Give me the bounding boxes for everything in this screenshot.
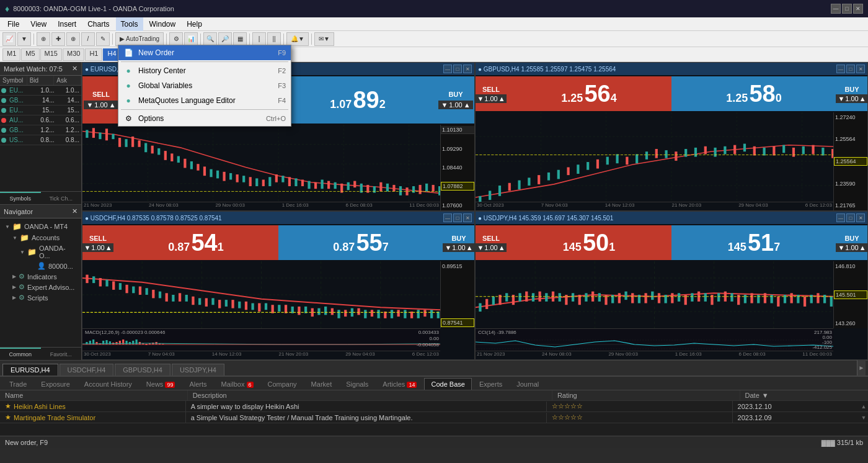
freehand-button[interactable]: ✎ [96, 32, 110, 46]
tf-m1[interactable]: M1 [2, 48, 20, 61]
terminal-tab-exposure[interactable]: Exposure [34, 378, 76, 390]
menu-tools[interactable]: Tools [116, 17, 143, 31]
terminal-tab-account-history[interactable]: Account History [78, 378, 139, 390]
period-sep1[interactable]: | [252, 32, 266, 46]
expert-toggle[interactable]: ⚙ [169, 32, 183, 46]
chart-tab-scroll-right[interactable]: ► [857, 359, 866, 375]
chart-tab-usdjpy[interactable]: USDJPY,H4 [172, 364, 224, 375]
new-chart-button[interactable]: 📈 [2, 32, 16, 46]
maximize-button[interactable]: □ [842, 4, 852, 14]
nav-tab-common[interactable]: Common [0, 348, 41, 360]
mw-row-3[interactable]: AU... 0.6... 0.6... [0, 115, 81, 125]
dropdown-new-order[interactable]: 📄 New Order F9 [118, 45, 291, 60]
terminal-tab-mailbox[interactable]: Mailbox 6 [215, 378, 260, 390]
crosshair-button[interactable]: ⊕ [66, 32, 80, 46]
chart-usdchf-minimize[interactable]: — [443, 214, 452, 222]
gbpusd-sell-up[interactable]: ▲ [498, 95, 505, 102]
nav-accounts[interactable]: ▼ 📁 Accounts [2, 232, 79, 243]
menu-help[interactable]: Help [182, 17, 207, 31]
close-button[interactable]: ✕ [853, 4, 863, 14]
chart-eurusd-maximize[interactable]: □ [453, 65, 462, 73]
chart-tab-gbpusd[interactable]: GBPUSD,H4 [115, 364, 170, 375]
col-name[interactable]: Name [0, 390, 188, 400]
mw-row-2[interactable]: EU... 15... 15... [0, 106, 81, 115]
usdjpy-sell-price-box[interactable]: 145 50 1 [507, 225, 671, 260]
mw-row-5[interactable]: US... 0.8... 0.8... [0, 135, 81, 145]
mw-row-4[interactable]: GB... 1.2... 1.2... [0, 125, 81, 135]
navigator-close[interactable]: ✕ [72, 207, 78, 215]
gbpusd-sell-price-box[interactable]: 1.25 56 4 [507, 76, 671, 111]
terminal-tab-signals[interactable]: Signals [339, 378, 375, 390]
zoom-in-chart[interactable]: 🔎 [218, 32, 232, 46]
chart-tab-usdchf[interactable]: USDCHF,H4 [60, 364, 114, 375]
usdjpy-buy-price-box[interactable]: 145 51 7 [671, 225, 836, 260]
terminal-tab-market[interactable]: Market [304, 378, 339, 390]
usdjpy-buy-down[interactable]: ▼ [838, 244, 844, 251]
zoom-out-chart[interactable]: 🔍 [203, 32, 217, 46]
menu-window[interactable]: Window [144, 17, 181, 31]
chart-eurusd-minimize[interactable]: — [443, 65, 452, 73]
tf-h1[interactable]: H1 [85, 48, 102, 61]
alert-button[interactable]: 🔔▼ [286, 32, 309, 46]
market-watch-close[interactable]: ✕ [72, 65, 78, 73]
chart-usdjpy-close[interactable]: ✕ [856, 214, 865, 222]
tf-m30[interactable]: M30 [63, 48, 84, 61]
eurusd-buy-down[interactable]: ▼ [441, 101, 448, 109]
mw-tab-symbols[interactable]: Symbols [0, 192, 41, 204]
usdchf-sell-up[interactable]: ▲ [105, 244, 112, 251]
mw-tab-tick[interactable]: Tick Ch... [41, 192, 82, 204]
period-sep2[interactable]: || [267, 32, 281, 46]
indicator-toggle[interactable]: 📊 [184, 32, 198, 46]
chart-tab-eurusd[interactable]: EURUSD,H4 [2, 364, 58, 375]
line-button[interactable]: / [81, 32, 95, 46]
mw-row-0[interactable]: EU... 1.0... 1.0... [0, 86, 81, 96]
gbpusd-buy-down[interactable]: ▼ [838, 95, 844, 102]
usdjpy-buy-up[interactable]: ▲ [859, 244, 866, 251]
nav-expert-advisors[interactable]: ▶ ⚙ Expert Adviso... [2, 282, 79, 292]
nav-oanda-mt4[interactable]: ▼ 📁 OANDA - MT4 [2, 221, 79, 232]
gbpusd-buy-up[interactable]: ▲ [859, 95, 866, 102]
usdchf-sell-price-box[interactable]: 0.87 54 1 [113, 225, 278, 260]
chart-gbpusd-maximize[interactable]: □ [846, 65, 855, 73]
gbpusd-sell-down[interactable]: ▼ [477, 95, 484, 102]
dropdown-mql-editor[interactable]: ● MetaQuotes Language Editor F4 [118, 93, 291, 108]
tf-m15[interactable]: M15 [40, 48, 62, 61]
eurusd-sell-up[interactable]: ▲ [109, 101, 116, 109]
chart-eurusd-close[interactable]: ✕ [463, 65, 472, 73]
dropdown-history-center[interactable]: ● History Center F2 [118, 63, 291, 78]
chart-usdjpy-maximize[interactable]: □ [846, 214, 855, 222]
zoom-in-button[interactable]: ⊕ [37, 32, 50, 46]
eurusd-buy-up[interactable]: ▲ [464, 101, 471, 109]
chart-gbpusd-minimize[interactable]: — [836, 65, 845, 73]
chart-gbpusd-close[interactable]: ✕ [856, 65, 865, 73]
usdjpy-sell-up[interactable]: ▲ [498, 244, 505, 251]
eurusd-sell-down[interactable]: ▼ [86, 101, 93, 109]
terminal-tab-trade[interactable]: Trade [2, 378, 33, 390]
dropdown-options[interactable]: ⚙ Options Ctrl+O [118, 111, 291, 126]
menu-charts[interactable]: Charts [82, 17, 114, 31]
usdchf-buy-down[interactable]: ▼ [445, 244, 451, 251]
mw-row-1[interactable]: GB... 14... 14... [0, 96, 81, 106]
terminal-tab-articles[interactable]: Articles 14 [376, 378, 423, 390]
terminal-tab-codebase[interactable]: Code Base [424, 378, 471, 390]
usdjpy-sell-down[interactable]: ▼ [477, 244, 484, 251]
tf-m5[interactable]: M5 [21, 48, 39, 61]
chart-usdchf-maximize[interactable]: □ [453, 214, 462, 222]
chart-usdjpy-minimize[interactable]: — [836, 214, 845, 222]
menu-view[interactable]: View [25, 17, 51, 31]
chart-usdchf-close[interactable]: ✕ [463, 214, 472, 222]
move-button[interactable]: ✚ [51, 32, 65, 46]
terminal-tab-news[interactable]: News 99 [140, 378, 182, 390]
terminal-tab-experts[interactable]: Experts [472, 378, 509, 390]
usdchf-buy-up[interactable]: ▲ [466, 244, 473, 251]
terminal-tab-alerts[interactable]: Alerts [182, 378, 213, 390]
dropdown-global-variables[interactable]: ● Global Variables F3 [118, 78, 291, 93]
usdchf-sell-down[interactable]: ▼ [84, 244, 91, 251]
nav-indicators[interactable]: ▶ ⚙ Indicators [2, 271, 79, 282]
profiles-button[interactable]: ▼ [17, 32, 31, 46]
autotrading-button[interactable]: ▶ AutoTrading [115, 32, 164, 46]
nav-tab-favorit[interactable]: Favorit... [41, 348, 82, 360]
menu-file[interactable]: File [2, 17, 24, 31]
nav-oanda-account[interactable]: ▼ 📁 OANDA-O... [2, 243, 79, 261]
col-date[interactable]: Date ▼ [740, 390, 868, 400]
